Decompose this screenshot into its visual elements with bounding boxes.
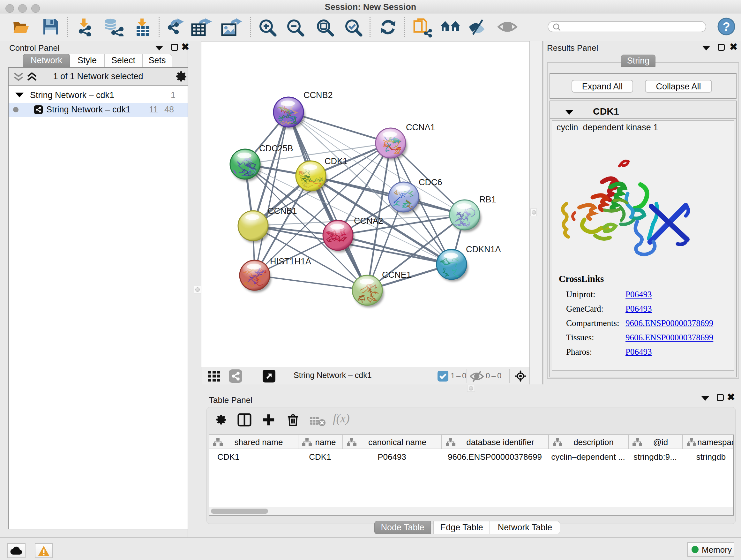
- svg-text:?: ?: [723, 20, 730, 34]
- svg-text:CDC6: CDC6: [419, 178, 442, 187]
- svg-text:CDC25B: CDC25B: [259, 144, 293, 153]
- svg-text:CDKN1A: CDKN1A: [466, 245, 501, 254]
- svg-text:CDK1: CDK1: [325, 157, 347, 166]
- svg-text:CCNA2: CCNA2: [354, 216, 383, 226]
- svg-text:CCNE1: CCNE1: [382, 270, 411, 280]
- svg-text:CCNB1: CCNB1: [268, 206, 297, 216]
- svg-text:HIST1H1A: HIST1H1A: [270, 257, 311, 266]
- svg-text:RB1: RB1: [479, 195, 496, 204]
- svg-text:CCNA1: CCNA1: [406, 123, 435, 132]
- svg-text:CCNB2: CCNB2: [304, 90, 333, 100]
